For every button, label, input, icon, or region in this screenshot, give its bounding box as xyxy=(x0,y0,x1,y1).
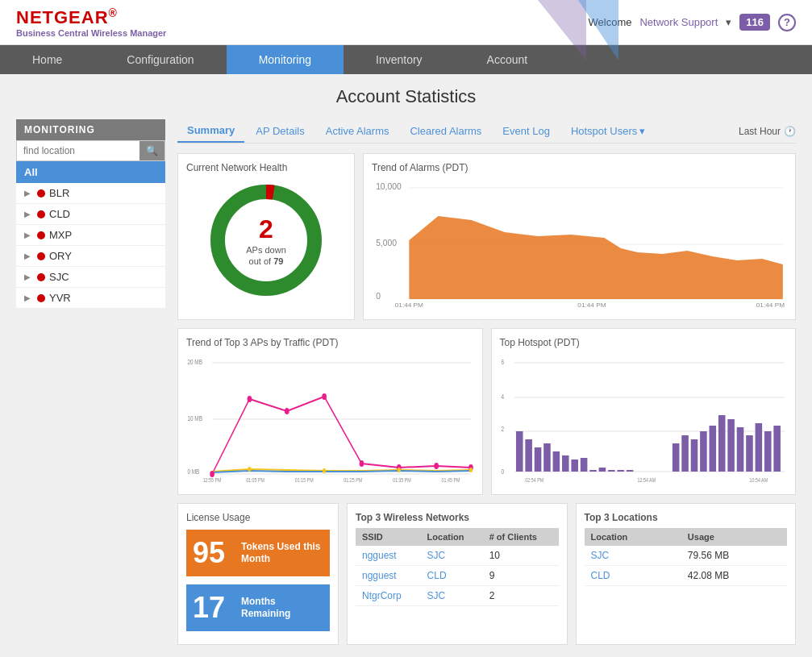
page-content: Account Statistics MONITORING 🔍 All ▶ BL… xyxy=(0,74,812,657)
donut-wrap: 2 APs down out of 79 xyxy=(202,176,331,305)
clients-count: 9 xyxy=(483,566,559,586)
svg-text:01:44 PM: 01:44 PM xyxy=(577,301,606,309)
logo-rest: Wireless Manager xyxy=(91,28,166,38)
location-link[interactable]: SJC xyxy=(427,550,446,561)
svg-text:0: 0 xyxy=(376,292,381,301)
svg-rect-65 xyxy=(736,427,743,472)
search-button[interactable]: 🔍 xyxy=(139,141,164,160)
sidebar-item-mxp[interactable]: ▶ MXP xyxy=(16,225,165,246)
location-link[interactable]: SJC xyxy=(427,590,446,601)
status-dot xyxy=(37,294,45,302)
svg-text:01:45 PM: 01:45 PM xyxy=(442,476,460,483)
sidebar-item-yvr[interactable]: ▶ YVR xyxy=(16,288,165,309)
alarms-trend-title: Trend of Alarms (PDT) xyxy=(372,162,787,173)
sidebar-all-item[interactable]: All xyxy=(16,161,165,183)
wireless-networks-title: Top 3 Wireless Networks xyxy=(356,512,559,523)
sidebar-item-sjc[interactable]: ▶ SJC xyxy=(16,267,165,288)
usage-value: 42.08 MB xyxy=(681,566,787,586)
location-name: SJC xyxy=(49,271,69,283)
svg-rect-59 xyxy=(681,435,689,472)
aps-down-label: APs down out of 79 xyxy=(246,244,286,268)
svg-text:01:05 PM: 01:05 PM xyxy=(246,476,264,483)
ssid-link[interactable]: ngguest xyxy=(362,570,397,581)
ssid-link[interactable]: NtgrCorp xyxy=(362,590,402,601)
logo: NETGEAR® xyxy=(16,6,166,28)
svg-rect-56 xyxy=(617,470,624,472)
label-line2: out of 79 xyxy=(246,256,286,267)
svg-text:12:54 AM: 12:54 AM xyxy=(637,476,656,483)
tab-active-alarms[interactable]: Active Alarms xyxy=(316,120,399,142)
svg-rect-52 xyxy=(580,458,587,472)
usage-value: 79.56 MB xyxy=(681,546,787,566)
svg-rect-67 xyxy=(755,423,762,472)
svg-marker-9 xyxy=(409,216,782,299)
ssid-link[interactable]: ngguest xyxy=(362,550,397,561)
svg-rect-60 xyxy=(690,439,697,472)
svg-point-22 xyxy=(322,393,327,400)
tab-event-log[interactable]: Event Log xyxy=(493,120,560,142)
svg-text:2: 2 xyxy=(501,425,504,433)
tab-summary[interactable]: Summary xyxy=(177,119,244,143)
svg-rect-61 xyxy=(700,431,707,472)
arrow-icon: ▶ xyxy=(24,189,31,198)
notification-badge[interactable]: 116 xyxy=(739,14,770,31)
triangle-decoration-2 xyxy=(578,0,618,60)
sidebar-item-blr[interactable]: ▶ BLR xyxy=(16,183,165,204)
wireless-networks-box: Top 3 Wireless Networks SSID Location # … xyxy=(347,503,568,645)
svg-rect-66 xyxy=(746,435,753,472)
wireless-networks-table: SSID Location # of Clients ngguest SJC 1… xyxy=(356,528,559,606)
status-dot xyxy=(37,189,45,198)
months-value: 17 xyxy=(193,591,233,625)
user-link[interactable]: Network Support xyxy=(639,16,718,28)
svg-rect-48 xyxy=(543,443,551,472)
clock-icon: 🕐 xyxy=(784,126,796,137)
last-hour-indicator: Last Hour 🕐 xyxy=(739,126,796,137)
nav-inventory[interactable]: Inventory xyxy=(344,45,455,74)
main-nav: Home Configuration Monitoring Inventory … xyxy=(0,45,812,74)
arrow-icon: ▶ xyxy=(24,293,31,302)
logo-name: NETGEAR xyxy=(16,7,109,27)
table-row: ngguest CLD 9 xyxy=(356,566,559,586)
tokens-label: Tokens Used this Month xyxy=(241,541,323,566)
arrow-icon: ▶ xyxy=(24,210,31,218)
svg-rect-62 xyxy=(709,426,716,472)
tab-cleared-alarms[interactable]: Cleared Alarms xyxy=(400,120,491,142)
svg-text:10:54 AM: 10:54 AM xyxy=(749,476,768,483)
location-search-input[interactable] xyxy=(17,141,139,160)
svg-text:01:44 PM: 01:44 PM xyxy=(395,301,423,309)
nav-configuration[interactable]: Configuration xyxy=(94,45,226,74)
svg-rect-46 xyxy=(525,439,532,472)
arrow-icon: ▶ xyxy=(24,272,31,281)
location-link[interactable]: SJC xyxy=(591,550,610,561)
nav-monitoring[interactable]: Monitoring xyxy=(227,45,344,74)
help-button[interactable]: ? xyxy=(778,14,796,31)
traffic-chart: Trend of Top 3 APs by Traffic (PDT) 20 M… xyxy=(177,328,483,495)
status-dot xyxy=(37,231,45,239)
sidebar: MONITORING 🔍 All ▶ BLR ▶ CLD ▶ MXP xyxy=(16,119,165,645)
logo-registered: ® xyxy=(109,6,118,19)
svg-rect-69 xyxy=(773,426,781,472)
tab-hotspot-users[interactable]: Hotspot Users ▾ xyxy=(561,120,655,142)
svg-text:6: 6 xyxy=(501,358,504,366)
status-dot xyxy=(37,273,45,281)
location-link[interactable]: CLD xyxy=(427,570,447,581)
license-box: License Usage 95 Tokens Used this Month … xyxy=(177,503,339,645)
location-link[interactable]: CLD xyxy=(591,570,610,581)
col-location: Location xyxy=(421,528,483,546)
col-clients: # of Clients xyxy=(483,528,559,546)
svg-rect-49 xyxy=(552,451,560,472)
sidebar-item-ory[interactable]: ▶ ORY xyxy=(16,246,165,267)
tab-ap-details[interactable]: AP Details xyxy=(246,120,314,142)
network-health-title: Current Network Health xyxy=(186,162,346,173)
hotspot-chart: Top Hotspot (PDT) 6 4 2 0 xyxy=(491,328,797,495)
alarms-svg: 10,000 5,000 0 01:44 PM 01:44 PM 01:44 P… xyxy=(372,180,787,309)
svg-text:10,000: 10,000 xyxy=(376,182,402,191)
svg-text:10 MB: 10 MB xyxy=(187,414,202,422)
nav-home[interactable]: Home xyxy=(0,45,94,74)
license-title: License Usage xyxy=(186,512,330,523)
tab-hotspot-label: Hotspot Users xyxy=(571,125,637,137)
sidebar-search: 🔍 xyxy=(16,140,165,161)
sidebar-item-cld[interactable]: ▶ CLD xyxy=(16,204,165,225)
traffic-svg: 20 MB 10 MB 0 MB xyxy=(186,355,474,484)
svg-text:12:55 PM: 12:55 PM xyxy=(203,476,222,483)
